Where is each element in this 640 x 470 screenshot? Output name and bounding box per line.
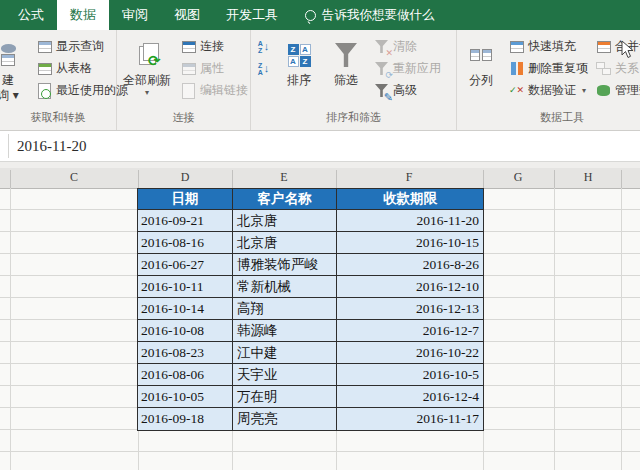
- text-to-columns-icon: [470, 37, 492, 73]
- cell[interactable]: 2016-06-27: [138, 254, 233, 276]
- cell[interactable]: 北京唐: [233, 232, 337, 254]
- cell[interactable]: 博雅装饰严峻: [233, 254, 337, 276]
- filter-button[interactable]: 筛选: [324, 36, 368, 89]
- table-row: 2016-08-06天宇业2016-10-5: [138, 364, 483, 386]
- dropdown-caret-icon: ▾: [145, 88, 149, 97]
- table-header-cell[interactable]: 日期: [138, 189, 233, 210]
- tab-developer[interactable]: 开发工具: [213, 0, 291, 30]
- clear-button[interactable]: ✕清除: [371, 36, 443, 57]
- properties-button[interactable]: 属性: [178, 58, 250, 79]
- sort-button[interactable]: ZAAZ排序: [277, 36, 321, 89]
- relationships-icon: [595, 60, 612, 77]
- manage-data-model-button[interactable]: 管理数: [593, 80, 640, 101]
- table-row: 2016-06-27博雅装饰严峻2016-8-26: [138, 254, 483, 276]
- advanced-button[interactable]: ✎高级: [371, 80, 443, 101]
- relationships-button[interactable]: 关系: [593, 58, 640, 79]
- cell[interactable]: 2016-08-23: [138, 342, 233, 364]
- mouse-cursor: [621, 40, 635, 59]
- sort-big-icon: ZAAZ: [288, 37, 311, 73]
- cell[interactable]: 2016-10-15: [337, 232, 483, 254]
- new-query-icon: [1, 37, 16, 73]
- tab-data[interactable]: 数据: [57, 0, 109, 30]
- table-row: 2016-09-18周亮亮2016-11-17: [138, 408, 483, 430]
- ribbon-group: 分列快速填充删除重复项✓✕数据验证▾合并计关系管理数数据工具: [457, 30, 640, 130]
- tab-review[interactable]: 审阅: [109, 0, 161, 30]
- table-row: 2016-09-21北京唐2016-11-20: [138, 210, 483, 232]
- tell-me-box[interactable]: 告诉我你想要做什么: [305, 0, 435, 30]
- column-header-E[interactable]: E: [280, 168, 287, 187]
- cell[interactable]: 2016-10-05: [138, 386, 233, 408]
- cell[interactable]: 2016-10-08: [138, 320, 233, 342]
- cell[interactable]: 韩源峰: [233, 320, 337, 342]
- flash-fill-button-label: 快速填充: [528, 38, 576, 55]
- recent-sources-button[interactable]: 最近使用的源: [34, 80, 130, 101]
- from-table-button[interactable]: 从表格: [34, 58, 130, 79]
- from-table-icon: [36, 60, 53, 77]
- tab-formulas[interactable]: 公式: [5, 0, 57, 30]
- table-header-cell[interactable]: 收款期限: [337, 189, 483, 210]
- cell[interactable]: 2016-10-11: [138, 276, 233, 298]
- column-header-H[interactable]: H: [584, 168, 593, 187]
- formula-bar-value[interactable]: 2016-11-20: [17, 131, 86, 161]
- column-header-F[interactable]: F: [406, 168, 413, 187]
- connections-button[interactable]: 连接: [178, 36, 250, 57]
- column-separator: [621, 170, 622, 188]
- column-header-C[interactable]: C: [70, 168, 78, 187]
- flash-fill-button[interactable]: 快速填充: [506, 36, 590, 57]
- formula-bar[interactable]: 2016-11-20: [0, 131, 640, 162]
- column-header-D[interactable]: D: [181, 168, 190, 187]
- from-table-button-label: 从表格: [56, 60, 92, 77]
- manage-data-model-icon: [595, 82, 612, 99]
- cell[interactable]: 2016-11-17: [337, 408, 483, 430]
- cell[interactable]: 2016-12-10: [337, 276, 483, 298]
- show-queries-button[interactable]: 显示查询: [34, 36, 130, 57]
- cell[interactable]: 2016-10-22: [337, 342, 483, 364]
- remove-duplicates-button-label: 删除重复项: [528, 60, 588, 77]
- new-query-button[interactable]: 建询 ▾: [0, 36, 31, 104]
- cell[interactable]: 2016-09-21: [138, 210, 233, 232]
- cell[interactable]: 2016-12-7: [337, 320, 483, 342]
- edit-links-button-label: 编辑链接: [200, 82, 248, 99]
- cell[interactable]: 北京唐: [233, 210, 337, 232]
- cell[interactable]: 周亮亮: [233, 408, 337, 430]
- sort-ascending-button[interactable]: AZ↓: [253, 36, 274, 57]
- cell[interactable]: 2016-12-13: [337, 298, 483, 320]
- cell[interactable]: 常新机械: [233, 276, 337, 298]
- cell[interactable]: 万在明: [233, 386, 337, 408]
- cell[interactable]: 2016-10-5: [337, 364, 483, 386]
- cell[interactable]: 2016-09-18: [138, 408, 233, 430]
- cell[interactable]: 天宇业: [233, 364, 337, 386]
- remove-duplicates-icon: [508, 60, 525, 77]
- sort-descending-button[interactable]: ZA↓: [253, 58, 274, 79]
- reapply-icon: ⟳: [373, 60, 390, 77]
- refresh-all-button-label: 全部刷新: [123, 73, 171, 88]
- cell[interactable]: 2016-08-06: [138, 364, 233, 386]
- reapply-button[interactable]: ⟳重新应用: [371, 58, 443, 79]
- edit-links-button[interactable]: 编辑链接: [178, 80, 250, 101]
- cell[interactable]: 2016-12-4: [337, 386, 483, 408]
- ribbon-tab-bar: 公式数据审阅视图开发工具告诉我你想要做什么: [0, 0, 640, 30]
- new-query-button-label: 建: [2, 73, 14, 88]
- text-to-columns-button[interactable]: 分列: [459, 36, 503, 89]
- gridline: [0, 451, 640, 452]
- column-header-G[interactable]: G: [514, 168, 523, 187]
- cell[interactable]: 江中建: [233, 342, 337, 364]
- connections-icon: [180, 38, 197, 55]
- refresh-all-icon: ⟳: [139, 37, 156, 73]
- consolidate-icon: [595, 38, 612, 55]
- sort-az-icon: AZ↓: [255, 38, 272, 55]
- tab-view[interactable]: 视图: [161, 0, 213, 30]
- cell[interactable]: 2016-8-26: [337, 254, 483, 276]
- cell[interactable]: 2016-10-14: [138, 298, 233, 320]
- refresh-all-button[interactable]: ⟳全部刷新▾: [119, 36, 175, 98]
- cell[interactable]: 2016-08-16: [138, 232, 233, 254]
- cell[interactable]: 高翔: [233, 298, 337, 320]
- table-header-row: 日期客户名称收款期限: [138, 189, 483, 210]
- table-header-cell[interactable]: 客户名称: [233, 189, 337, 210]
- column-headers: CDEFGH: [0, 168, 640, 189]
- remove-duplicates-button[interactable]: 删除重复项: [506, 58, 590, 79]
- advanced-button-label: 高级: [393, 82, 417, 99]
- column-separator: [554, 170, 555, 188]
- cell[interactable]: 2016-11-20: [337, 210, 483, 232]
- data-validation-button[interactable]: ✓✕数据验证▾: [506, 80, 590, 101]
